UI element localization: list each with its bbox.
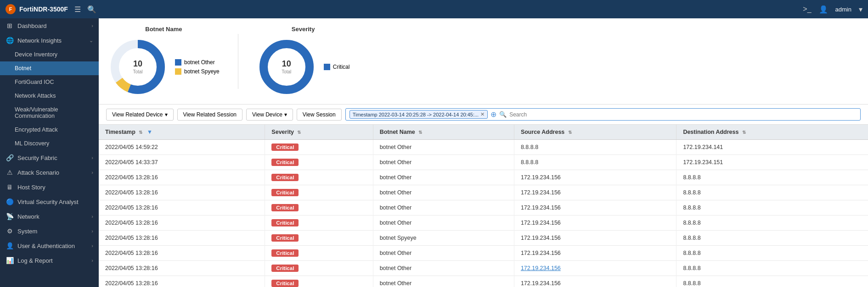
sidebar-item-network-attacks[interactable]: Network Attacks — [0, 89, 99, 103]
view-related-session-button[interactable]: View Related Session — [177, 109, 243, 121]
severity-badge: Critical — [271, 280, 299, 287]
user-auth-icon: 👤 — [6, 242, 14, 249]
dashboard-icon: ⊞ — [6, 22, 14, 29]
chevron-right-icon: › — [91, 243, 93, 248]
cell-source: 172.19.234.156 — [514, 170, 676, 185]
severity-total-label: Total — [282, 69, 291, 75]
sidebar-label-dashboard: Dashboard — [17, 22, 47, 29]
cell-source: 172.19.234.156 — [514, 215, 676, 231]
sidebar-item-virtual-security-analyst[interactable]: 🔵 Virtual Security Analyst — [0, 194, 99, 209]
sidebar-item-ml-discovery[interactable]: ML Discovery — [0, 137, 99, 150]
chevron-down-icon[interactable]: ▾ — [859, 5, 862, 14]
virtual-analyst-icon: 🔵 — [6, 198, 14, 205]
content-area: Botnet Name 1 — [99, 18, 868, 287]
user-icon[interactable]: 👤 — [819, 5, 828, 14]
cell-source: 172.19.234.156 — [514, 231, 676, 246]
table-header-row: Timestamp ⇅ ▼ Severity ⇅ Botnet Name ⇅ S… — [99, 125, 868, 140]
sidebar-item-system[interactable]: ⚙ System › — [0, 224, 99, 238]
severity-donut-label: 10 Total — [282, 59, 291, 75]
source-link[interactable]: 172.19.234.156 — [521, 265, 561, 271]
view-device-button[interactable]: View Device ▾ — [246, 109, 293, 121]
sort-icon-source[interactable]: ⇅ — [568, 130, 572, 135]
toolbar: View Related Device ▾ View Related Sessi… — [99, 105, 868, 125]
table-row: 2022/04/05 14:33:37 Critical botnet Othe… — [99, 155, 868, 170]
sidebar-item-network[interactable]: 📡 Network › — [0, 209, 99, 224]
cell-source: 172.19.234.156 — [514, 276, 676, 287]
attack-scenario-icon: ⚠ — [6, 169, 14, 176]
view-session-button[interactable]: View Session — [297, 109, 342, 121]
sidebar-item-weak-vulnerable[interactable]: Weak/Vulnerable Communication — [0, 103, 99, 123]
sidebar-item-log-report[interactable]: 📊 Log & Report › — [0, 253, 99, 268]
filter-add-icon[interactable]: ⊕ — [490, 110, 496, 119]
legend-label-other: botnet Other — [184, 59, 215, 66]
sidebar-item-attack-scenario[interactable]: ⚠ Attack Scenario › — [0, 165, 99, 180]
topbar-left: F FortiNDR-3500F ☰ 🔍 — [6, 4, 96, 14]
table-row: 2022/04/05 13:28:16 Critical botnet Othe… — [99, 246, 868, 261]
cell-severity: Critical — [265, 246, 373, 261]
cell-timestamp: 2022/04/05 13:28:16 — [99, 200, 265, 215]
cell-botnet-name: botnet Other — [373, 276, 514, 287]
filter-tag-close[interactable]: ✕ — [480, 111, 485, 117]
filter-search-input[interactable] — [509, 111, 857, 118]
sidebar-item-fortiguard-ioc[interactable]: FortiGuard IOC — [0, 75, 99, 89]
sidebar-label-network-attacks: Network Attacks — [15, 93, 56, 99]
chart-divider — [238, 34, 238, 89]
cell-timestamp: 2022/04/05 13:28:16 — [99, 185, 265, 200]
sidebar-item-security-fabric[interactable]: 🔗 Security Fabric › — [0, 150, 99, 165]
terminal-icon[interactable]: >_ — [803, 5, 811, 13]
sidebar-item-botnet[interactable]: Botnet — [0, 61, 99, 75]
main-layout: ⊞ Dashboard › 🌐 Network Insights ⌄ Devic… — [0, 18, 868, 287]
cell-dest: 172.19.234.141 — [676, 140, 868, 155]
cell-timestamp: 2022/04/05 14:33:37 — [99, 155, 265, 170]
cell-botnet-name: botnet Other — [373, 261, 514, 276]
sort-icon-botnet[interactable]: ⇅ — [418, 130, 422, 135]
log-report-icon: 📊 — [6, 257, 14, 264]
legend-item-other: botnet Other — [175, 59, 220, 66]
cell-timestamp: 2022/04/05 13:28:16 — [99, 246, 265, 261]
cell-dest: 8.8.8.8 — [676, 276, 868, 287]
cell-timestamp: 2022/04/05 13:28:16 — [99, 170, 265, 185]
sidebar-label-network-insights: Network Insights — [17, 37, 62, 44]
cell-severity: Critical — [265, 231, 373, 246]
menu-icon[interactable]: ☰ — [74, 5, 81, 14]
view-device-label: View Device — [252, 111, 282, 118]
table-row: 2022/04/05 13:28:16 Critical botnet Othe… — [99, 276, 868, 287]
sidebar-label-encrypted-attack: Encrypted Attack — [15, 127, 58, 133]
filter-tag-text: Timestamp 2022-03-14 20:25:28 -> 2022-04… — [353, 112, 479, 117]
view-related-device-button[interactable]: View Related Device ▾ — [106, 109, 174, 121]
sort-icon-severity[interactable]: ⇅ — [297, 130, 301, 135]
search-icon[interactable]: 🔍 — [87, 5, 96, 14]
col-botnet-name: Botnet Name ⇅ — [373, 125, 514, 140]
cell-dest: 8.8.8.8 — [676, 170, 868, 185]
botnet-chart-title: Botnet Name — [108, 26, 220, 33]
col-source-address: Source Address ⇅ — [514, 125, 676, 140]
chevron-right-icon: › — [91, 155, 93, 160]
sidebar-item-user-auth[interactable]: 👤 User & Authentication › — [0, 238, 99, 253]
cell-botnet-name: botnet Other — [373, 170, 514, 185]
sidebar-label-virtual-analyst: Virtual Security Analyst — [17, 199, 79, 205]
filter-bar: Timestamp 2022-03-14 20:25:28 -> 2022-04… — [345, 108, 861, 121]
sidebar-label-device-inventory: Device Inventory — [15, 51, 57, 58]
sidebar-item-host-story[interactable]: 🖥 Host Story — [0, 180, 99, 194]
chevron-right-icon: › — [91, 170, 93, 175]
table-row: 2022/04/05 14:59:22 Critical botnet Othe… — [99, 140, 868, 155]
chevron-right-icon: › — [91, 23, 93, 28]
sidebar-item-dashboard[interactable]: ⊞ Dashboard › — [0, 18, 99, 33]
sidebar: ⊞ Dashboard › 🌐 Network Insights ⌄ Devic… — [0, 18, 99, 287]
legend-label-spyeye: botnet Spyeye — [184, 68, 220, 75]
network-icon: 📡 — [6, 213, 14, 220]
sort-icon-dest[interactable]: ⇅ — [742, 130, 746, 135]
filter-tag[interactable]: Timestamp 2022-03-14 20:25:28 -> 2022-04… — [349, 110, 488, 119]
sidebar-item-network-insights[interactable]: 🌐 Network Insights ⌄ — [0, 33, 99, 48]
botnet-total-label: Total — [133, 69, 142, 75]
cell-timestamp: 2022/04/05 13:28:16 — [99, 276, 265, 287]
security-fabric-icon: 🔗 — [6, 154, 14, 161]
col-timestamp: Timestamp ⇅ ▼ — [99, 125, 265, 140]
sidebar-item-encrypted-attack[interactable]: Encrypted Attack — [0, 123, 99, 137]
cell-source[interactable]: 172.19.234.156 — [514, 261, 676, 276]
sort-icon-timestamp[interactable]: ⇅ — [139, 130, 142, 135]
filter-icon-timestamp[interactable]: ▼ — [147, 129, 152, 135]
table-row: 2022/04/05 13:28:16 Critical botnet Othe… — [99, 261, 868, 276]
sidebar-item-device-inventory[interactable]: Device Inventory — [0, 48, 99, 61]
severity-chart: Severity 10 Total — [257, 26, 350, 97]
